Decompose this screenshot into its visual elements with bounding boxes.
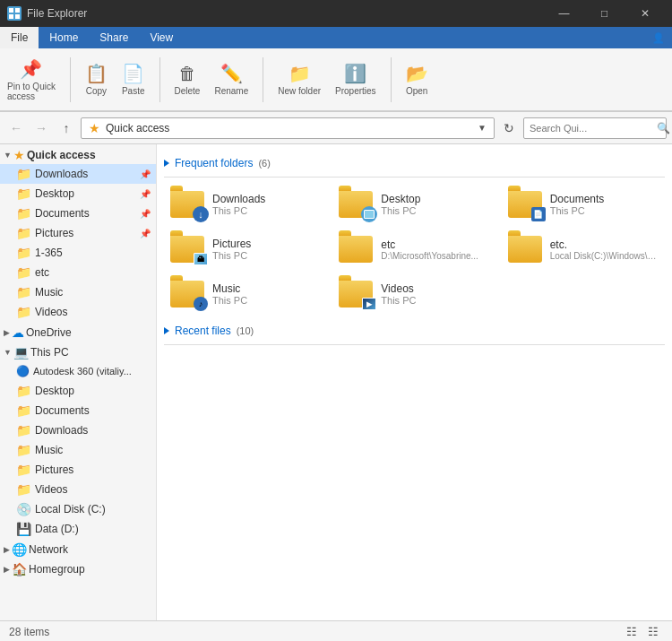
folder-item-etc2[interactable]: etc. Local Disk(C:)\Windows\sys...: [502, 230, 665, 269]
sidebar-thispc-label: This PC: [30, 346, 69, 359]
sidebar-item-videos[interactable]: 📁 Videos: [0, 302, 156, 322]
list-view-button[interactable]: ☷: [622, 623, 642, 641]
paste-btn[interactable]: 📄 Paste: [122, 63, 145, 96]
pin-icon: 📌: [140, 169, 151, 179]
sidebar-item-etc[interactable]: 📁 etc: [0, 263, 156, 282]
sidebar-section-thispc[interactable]: ▼ 💻 This PC: [0, 342, 156, 361]
recent-files-title: Recent files: [175, 325, 231, 337]
window-title: File Explorer: [27, 7, 538, 20]
folder-item-documents[interactable]: 📄 Documents This PC: [502, 185, 665, 224]
status-bar: 28 items ☷ ☷: [0, 620, 672, 641]
sidebar-item-documents[interactable]: 📁 Documents 📌: [0, 204, 156, 223]
videos-folder-icon: 📁: [16, 305, 31, 319]
videos-info: Videos This PC: [381, 282, 416, 306]
search-box[interactable]: 🔍: [523, 117, 667, 139]
sidebar-homegroup-label: Homegroup: [29, 563, 85, 576]
folder-item-music[interactable]: ♪ Music This PC: [164, 274, 327, 314]
open-btn[interactable]: 📂 Open: [406, 63, 428, 96]
sidebar-item-desktop[interactable]: 📁 Desktop 📌: [0, 184, 156, 204]
etc2-icon-wrap: [507, 233, 543, 265]
desktop-icon-wrap: [338, 188, 374, 221]
videos-meta: This PC: [381, 295, 416, 306]
view-buttons: ☷ ☷: [622, 623, 663, 641]
sidebar-item-pictures2[interactable]: 📁 Pictures: [0, 460, 156, 480]
sidebar-item-autodesk[interactable]: 🔵 Autodesk 360 (vitaliy...: [0, 361, 156, 381]
folder-item-videos[interactable]: ▶ Videos This PC: [332, 274, 495, 314]
back-button[interactable]: ←: [5, 117, 27, 139]
documents-icon-wrap: 📄: [507, 188, 543, 221]
sidebar-section-homegroup[interactable]: ▶ 🏠 Homegroup: [0, 559, 156, 578]
sidebar-item-documents2[interactable]: 📁 Documents: [0, 401, 156, 420]
rename-btn[interactable]: ✏️ Rename: [214, 63, 248, 96]
1-365-folder-icon: 📁: [16, 246, 31, 260]
sidebar-item-music2[interactable]: 📁 Music: [0, 440, 156, 460]
quick-access-arrow: ▼: [4, 151, 12, 160]
frequent-folders-grid: ↓ Downloads This PC Desktop This PC: [164, 185, 665, 314]
documents-badge: 📄: [531, 207, 546, 221]
sidebar-onedrive-label: OneDrive: [26, 326, 72, 339]
properties-btn[interactable]: ℹ️ Properties: [335, 63, 376, 96]
desktop-badge: [361, 206, 377, 222]
copy-btn[interactable]: 📋 Copy: [85, 63, 108, 96]
documents-folder-icon: 📁: [16, 206, 31, 221]
sidebar-item-data-d[interactable]: 💾 Data (D:): [0, 519, 156, 539]
folder-item-etc[interactable]: etc D:\Microsoft\Yosabrine...: [332, 230, 495, 269]
sidebar: ▼ ★ Quick access 📁 Downloads 📌 📁 Desktop…: [0, 144, 157, 620]
sidebar-downloads2-label: Downloads: [35, 424, 151, 437]
delete-btn[interactable]: 🗑 Delete: [175, 64, 201, 96]
close-button[interactable]: ✕: [625, 0, 665, 27]
sidebar-item-local-disk[interactable]: 💿 Local Disk (C:): [0, 499, 156, 519]
folder-icon-etc: [339, 236, 373, 263]
search-input[interactable]: [530, 123, 653, 134]
minimize-button[interactable]: —: [544, 0, 584, 27]
forward-button[interactable]: →: [30, 117, 52, 139]
network-icon: 🌐: [12, 542, 27, 557]
tab-view[interactable]: View: [139, 27, 184, 48]
sidebar-item-videos2[interactable]: 📁 Videos: [0, 480, 156, 499]
videos2-icon: 📁: [16, 482, 31, 497]
grid-view-button[interactable]: ☷: [643, 623, 663, 641]
folder-item-downloads[interactable]: ↓ Downloads This PC: [164, 185, 327, 224]
music-badge: ♪: [194, 297, 208, 311]
pin-to-quick-access-btn[interactable]: 📌 Pin to Quickaccess: [7, 58, 56, 101]
sidebar-item-music[interactable]: 📁 Music: [0, 282, 156, 302]
sidebar-section-network[interactable]: ▶ 🌐 Network: [0, 539, 156, 559]
tab-file[interactable]: File: [0, 27, 39, 48]
recent-files-count: (10): [237, 325, 254, 336]
section-divider-2: [164, 344, 665, 345]
network-arrow: ▶: [4, 545, 10, 554]
quick-access-label: Quick access: [27, 149, 96, 161]
recent-files-header[interactable]: Recent files (10): [164, 325, 665, 337]
frequent-folders-title: Frequent folders: [175, 157, 253, 169]
sidebar-videos2-label: Videos: [35, 483, 151, 496]
folder-item-pictures[interactable]: 🏔 Pictures This PC: [164, 230, 327, 269]
sidebar-item-downloads2[interactable]: 📁 Downloads: [0, 420, 156, 440]
sidebar-section-onedrive[interactable]: ▶ ☁ OneDrive: [0, 322, 156, 342]
sidebar-data-d-label: Data (D:): [35, 523, 151, 535]
sidebar-section-quick-access[interactable]: ▼ ★ Quick access: [0, 144, 156, 164]
sidebar-item-1-365[interactable]: 📁 1-365: [0, 243, 156, 263]
folder-item-desktop[interactable]: Desktop This PC: [332, 185, 495, 224]
address-input[interactable]: ★ Quick access ▼: [81, 117, 495, 139]
sidebar-item-downloads[interactable]: 📁 Downloads 📌: [0, 164, 156, 184]
data-d-icon: 💾: [16, 522, 31, 536]
pin-icon-3: 📌: [140, 209, 151, 219]
maximize-button[interactable]: □: [584, 0, 625, 27]
etc2-name: etc.: [550, 238, 659, 251]
downloads-meta: This PC: [212, 205, 265, 216]
pin-icon-4: 📌: [140, 229, 151, 238]
ribbon-tab-bar: File Home Share View 👤: [0, 27, 672, 48]
sidebar-item-desktop2[interactable]: 📁 Desktop: [0, 381, 156, 401]
refresh-button[interactable]: ↻: [498, 117, 520, 139]
up-button[interactable]: ↑: [56, 117, 77, 139]
sidebar-item-pictures[interactable]: 📁 Pictures 📌: [0, 223, 156, 243]
user-account[interactable]: 👤: [645, 27, 672, 48]
tab-home[interactable]: Home: [39, 27, 89, 48]
section-divider-1: [164, 177, 665, 178]
frequent-folders-header[interactable]: Frequent folders (6): [164, 157, 665, 169]
address-bar: ← → ↑ ★ Quick access ▼ ↻ 🔍: [0, 112, 672, 144]
address-path-text: Quick access: [106, 122, 169, 134]
downloads-icon-wrap: ↓: [169, 188, 205, 221]
tab-share[interactable]: Share: [89, 27, 139, 48]
new-folder-btn[interactable]: 📁 New folder: [278, 63, 321, 96]
